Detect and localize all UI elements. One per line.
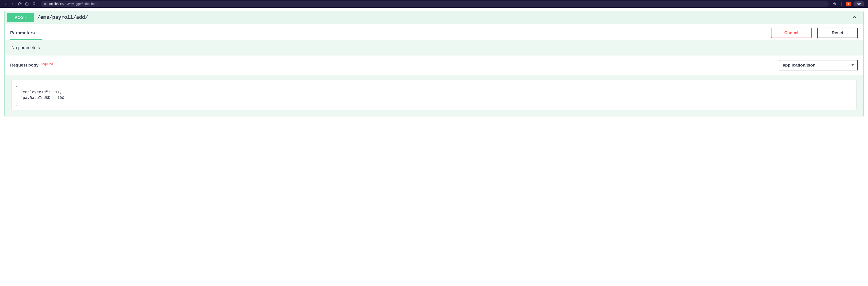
request-body-header: Request body required application/json — [5, 55, 863, 75]
request-body-title-wrapper: Request body required — [10, 62, 53, 68]
request-body-title: Request body — [10, 63, 39, 68]
home-icon[interactable] — [25, 2, 29, 6]
operation-path: /ems/payroll/add/ — [37, 15, 848, 20]
svg-point-6 — [857, 3, 859, 5]
svg-text:i: i — [45, 3, 45, 5]
browser-right-controls: | 1 — [833, 1, 866, 6]
back-icon[interactable] — [3, 2, 7, 6]
brave-shields-icon[interactable]: 1 — [846, 2, 851, 6]
svg-point-7 — [860, 3, 861, 5]
brave-badge-count: 1 — [848, 3, 849, 5]
parameters-title: Parameters — [10, 30, 771, 35]
operation-summary[interactable]: POST /ems/payroll/add/ — [5, 11, 863, 24]
svg-line-3 — [835, 4, 836, 5]
browser-toolbar: i localhost:5093/swagger/index.html | 1 — [0, 0, 868, 8]
url-text: localhost:5093/swagger/index.html — [49, 2, 97, 6]
incognito-indicator[interactable] — [854, 1, 864, 6]
request-body-editor[interactable]: { "employeeId": 111, "payRateInUSD": 100… — [11, 80, 857, 110]
http-method-badge: POST — [7, 13, 34, 22]
url-host: localhost — [49, 2, 61, 6]
forward-icon[interactable] — [10, 2, 14, 6]
url-bar[interactable]: i localhost:5093/swagger/index.html — [41, 1, 829, 7]
operation-block: POST /ems/payroll/add/ Parameters Cancel… — [4, 11, 864, 117]
separator: | — [839, 2, 844, 6]
zoom-icon[interactable] — [833, 2, 837, 6]
cancel-button[interactable]: Cancel — [771, 28, 812, 38]
content-type-select[interactable]: application/json — [779, 60, 858, 70]
bookmark-icon[interactable] — [32, 2, 36, 6]
content-type-select-wrapper: application/json — [779, 60, 858, 70]
no-parameters-message: No parameters — [5, 40, 863, 55]
chevron-up-icon[interactable] — [848, 15, 861, 21]
parameters-header: Parameters Cancel Reset — [5, 24, 863, 40]
required-label: required — [41, 62, 53, 66]
site-info-icon[interactable]: i — [43, 2, 47, 6]
reload-icon[interactable] — [18, 2, 22, 6]
swagger-container: POST /ems/payroll/add/ Parameters Cancel… — [0, 8, 868, 120]
reset-button[interactable]: Reset — [817, 28, 858, 38]
url-path: :5093/swagger/index.html — [61, 2, 97, 6]
body-editor-section: { "employeeId": 111, "payRateInUSD": 100… — [5, 75, 863, 117]
nav-icon-group — [2, 2, 37, 6]
